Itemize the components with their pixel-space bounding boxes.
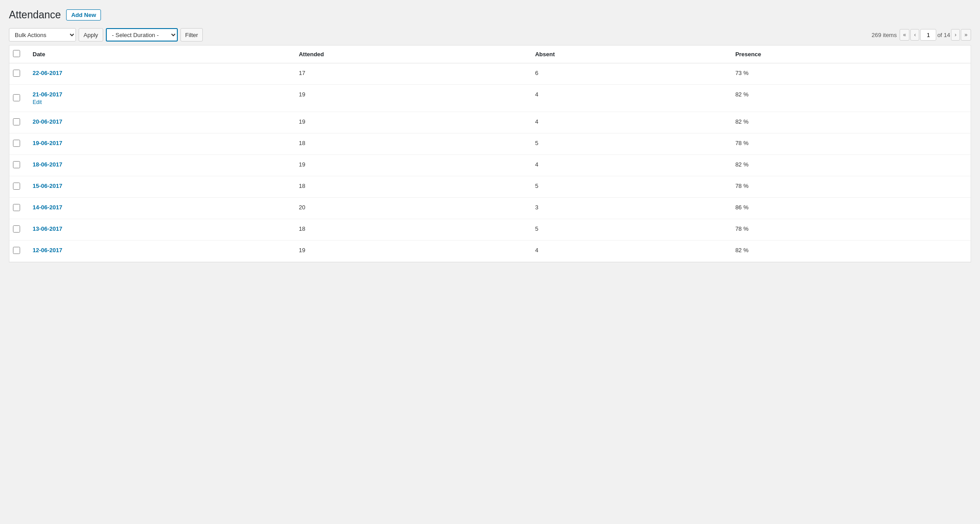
row-date-cell: 22-06-2017: [27, 63, 293, 85]
row-attended-cell: 19: [293, 155, 530, 176]
row-presence-cell: 82 %: [730, 241, 971, 262]
row-attended-cell: 19: [293, 112, 530, 133]
table-header-row: Date Attended Absent Presence: [9, 46, 971, 63]
row-absent-cell: 5: [530, 176, 730, 198]
row-checkbox-cell[interactable]: [9, 219, 27, 241]
row-attended-cell: 18: [293, 133, 530, 155]
row-absent-cell: 6: [530, 63, 730, 85]
date-link[interactable]: 13-06-2017: [33, 225, 288, 232]
row-absent-cell: 5: [530, 219, 730, 241]
row-date-cell: 14-06-2017: [27, 198, 293, 219]
edit-link[interactable]: Edit: [33, 99, 42, 105]
table-row: 20-06-201719482 %: [9, 112, 971, 133]
items-count: 269 items: [871, 32, 896, 38]
row-absent-cell: 3: [530, 198, 730, 219]
table-row: 14-06-201720386 %: [9, 198, 971, 219]
row-checkbox[interactable]: [13, 118, 20, 125]
row-date-cell: 15-06-2017: [27, 176, 293, 198]
column-header-absent: Absent: [530, 46, 730, 63]
row-checkbox-cell[interactable]: [9, 241, 27, 262]
date-link[interactable]: 21-06-2017: [33, 91, 288, 98]
table-row: 21-06-2017Edit19482 %: [9, 85, 971, 112]
duration-select[interactable]: - Select Duration -: [106, 28, 178, 42]
row-date-cell: 13-06-2017: [27, 219, 293, 241]
column-header-date: Date: [27, 46, 293, 63]
row-attended-cell: 18: [293, 176, 530, 198]
row-date-cell: 20-06-2017: [27, 112, 293, 133]
page-title: Attendance: [9, 9, 61, 21]
row-checkbox[interactable]: [13, 140, 20, 147]
table-row: 18-06-201719482 %: [9, 155, 971, 176]
row-absent-cell: 4: [530, 241, 730, 262]
row-date-cell: 12-06-2017: [27, 241, 293, 262]
row-checkbox-cell[interactable]: [9, 176, 27, 198]
row-presence-cell: 78 %: [730, 133, 971, 155]
row-presence-cell: 78 %: [730, 219, 971, 241]
column-header-presence: Presence: [730, 46, 971, 63]
row-checkbox[interactable]: [13, 225, 20, 233]
table-row: 15-06-201718578 %: [9, 176, 971, 198]
add-new-button[interactable]: Add New: [66, 9, 101, 21]
row-presence-cell: 82 %: [730, 85, 971, 112]
date-link[interactable]: 20-06-2017: [33, 118, 288, 125]
row-presence-cell: 78 %: [730, 176, 971, 198]
pagination-prev-button[interactable]: ‹: [910, 29, 919, 41]
date-link[interactable]: 14-06-2017: [33, 204, 288, 211]
table-row: 19-06-201718578 %: [9, 133, 971, 155]
row-checkbox[interactable]: [13, 70, 20, 77]
row-attended-cell: 17: [293, 63, 530, 85]
row-checkbox-cell[interactable]: [9, 63, 27, 85]
bulk-actions-select[interactable]: Bulk Actions: [9, 28, 76, 42]
row-attended-cell: 20: [293, 198, 530, 219]
row-checkbox[interactable]: [13, 204, 20, 211]
of-pages-text: of 14: [937, 32, 950, 38]
row-absent-cell: 4: [530, 155, 730, 176]
apply-button[interactable]: Apply: [79, 28, 103, 42]
pagination-first-button[interactable]: «: [900, 29, 910, 41]
row-absent-cell: 5: [530, 133, 730, 155]
row-checkbox-cell[interactable]: [9, 198, 27, 219]
row-checkbox-cell[interactable]: [9, 85, 27, 112]
row-checkbox[interactable]: [13, 161, 20, 168]
pagination-last-button[interactable]: »: [961, 29, 971, 41]
attendance-table-container: Date Attended Absent Presence 22-06-2017…: [9, 45, 971, 262]
date-link[interactable]: 18-06-2017: [33, 161, 288, 168]
table-row: 13-06-201718578 %: [9, 219, 971, 241]
date-link[interactable]: 22-06-2017: [33, 70, 288, 76]
row-attended-cell: 19: [293, 241, 530, 262]
row-checkbox[interactable]: [13, 183, 20, 190]
table-row: 22-06-201717673 %: [9, 63, 971, 85]
row-presence-cell: 82 %: [730, 112, 971, 133]
select-all-checkbox-cell[interactable]: [9, 46, 27, 63]
row-date-cell: 18-06-2017: [27, 155, 293, 176]
row-attended-cell: 19: [293, 85, 530, 112]
row-absent-cell: 4: [530, 85, 730, 112]
row-checkbox-cell[interactable]: [9, 155, 27, 176]
row-checkbox[interactable]: [13, 94, 20, 101]
row-date-cell: 21-06-2017Edit: [27, 85, 293, 112]
filter-button[interactable]: Filter: [180, 28, 203, 42]
select-all-checkbox[interactable]: [13, 50, 20, 57]
table-row: 12-06-201719482 %: [9, 241, 971, 262]
pagination-next-button[interactable]: ›: [951, 29, 960, 41]
row-checkbox[interactable]: [13, 247, 20, 254]
row-presence-cell: 86 %: [730, 198, 971, 219]
attendance-table: Date Attended Absent Presence 22-06-2017…: [9, 46, 971, 262]
column-header-attended: Attended: [293, 46, 530, 63]
row-absent-cell: 4: [530, 112, 730, 133]
page-number-input[interactable]: [920, 29, 936, 41]
row-presence-cell: 73 %: [730, 63, 971, 85]
date-link[interactable]: 15-06-2017: [33, 183, 288, 189]
row-actions: Edit: [33, 99, 288, 105]
date-link[interactable]: 12-06-2017: [33, 247, 288, 254]
row-date-cell: 19-06-2017: [27, 133, 293, 155]
row-presence-cell: 82 %: [730, 155, 971, 176]
row-attended-cell: 18: [293, 219, 530, 241]
date-link[interactable]: 19-06-2017: [33, 140, 288, 146]
row-checkbox-cell[interactable]: [9, 112, 27, 133]
row-checkbox-cell[interactable]: [9, 133, 27, 155]
